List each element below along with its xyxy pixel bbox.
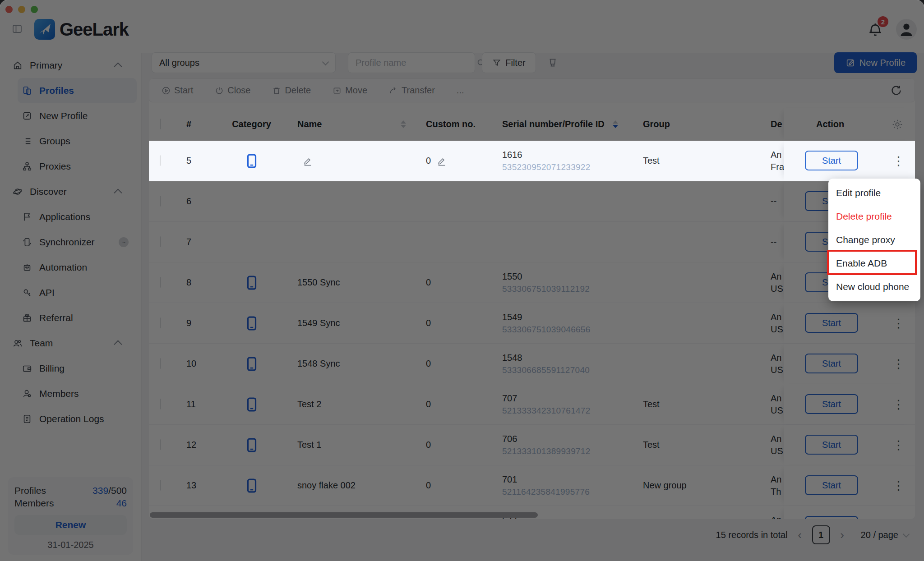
app-window: GeeLark 2 PrimaryProfilesNew ProfileGrou…: [0, 0, 924, 561]
row-menu-kebab-icon[interactable]: ⋮: [892, 154, 904, 168]
context-menu-item-edit-profile[interactable]: Edit profile: [828, 181, 920, 205]
dim-overlay: [0, 0, 924, 561]
custom-no: 0: [426, 156, 431, 166]
serial-cell: 1616535230952071233922: [492, 149, 627, 173]
context-menu-item-delete-profile[interactable]: Delete profile: [828, 205, 920, 228]
category-cell: [217, 154, 286, 168]
context-menu: Edit profileDelete profileChange proxyEn…: [828, 179, 920, 301]
custom-no-cell: 0: [415, 156, 492, 166]
edit-custom-no-icon[interactable]: [437, 156, 447, 166]
edit-name-icon[interactable]: [303, 156, 313, 166]
group-cell: Test: [627, 156, 758, 166]
action-cell: Start⋮: [784, 141, 915, 181]
serial-number: 1616: [502, 149, 627, 161]
group-name: Test: [643, 156, 660, 166]
context-menu-item-enable-adb[interactable]: Enable ADB: [828, 252, 920, 275]
context-menu-item-new-cloud-phone[interactable]: New cloud phone: [828, 275, 920, 299]
name-cell: [286, 156, 415, 166]
row-checkbox[interactable]: [160, 155, 161, 166]
table-row-5: 501616535230952071233922TestAnFraStart⋮: [149, 141, 915, 181]
profile-id: 535230952071233922: [502, 161, 627, 173]
row-select-cell: [149, 156, 176, 166]
context-menu-item-change-proxy[interactable]: Change proxy: [828, 228, 920, 252]
cloud-phone-icon: [246, 154, 257, 168]
start-button[interactable]: Start: [805, 151, 858, 170]
row-number: 5: [176, 156, 217, 166]
